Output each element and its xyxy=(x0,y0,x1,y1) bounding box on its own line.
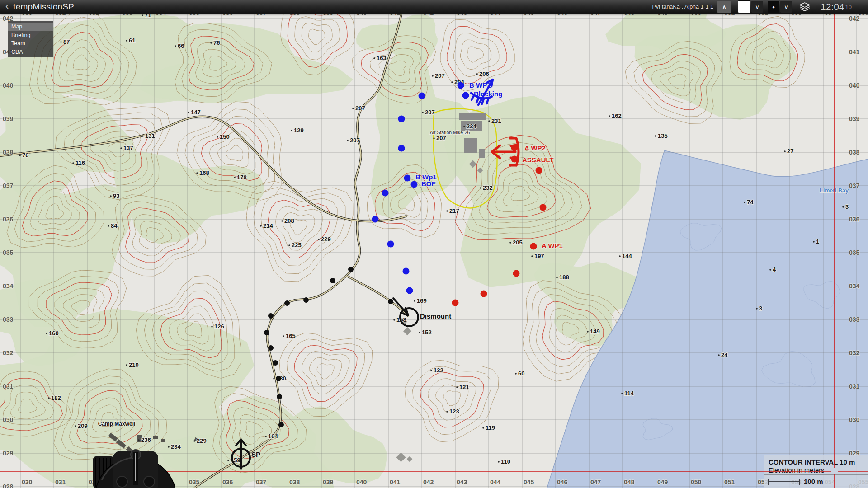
svg-text:66: 66 xyxy=(178,42,184,49)
marker-color-swatch[interactable] xyxy=(738,0,750,13)
blufor-marker-dot[interactable] xyxy=(419,93,425,99)
menu-item-team[interactable]: Team xyxy=(8,39,53,48)
route-dot[interactable] xyxy=(284,300,290,306)
route-dot[interactable] xyxy=(277,394,282,399)
svg-text:3: 3 xyxy=(759,305,762,312)
opfor-marker-dot[interactable] xyxy=(536,167,542,174)
svg-text:038: 038 xyxy=(289,479,300,486)
blufor-marker-dot[interactable] xyxy=(406,287,413,294)
svg-text:029: 029 xyxy=(3,450,14,457)
svg-text:163: 163 xyxy=(377,55,387,61)
svg-text:110: 110 xyxy=(501,458,510,465)
arma-map-screen: 8761667671761161371311471501681789384214… xyxy=(0,0,868,488)
opfor-marker-dot[interactable] xyxy=(530,243,537,250)
marker-label[interactable]: A WP2 xyxy=(524,144,546,152)
scale-bar-label: 100 m xyxy=(804,478,823,485)
svg-text:032: 032 xyxy=(3,349,14,357)
contour-interval-label: CONTOUR INTERVAL 10 m xyxy=(769,458,855,466)
blufor-marker-dot[interactable] xyxy=(398,145,405,152)
marker-label[interactable]: BOF xyxy=(421,180,436,188)
svg-text:041: 041 xyxy=(849,48,860,56)
svg-text:035: 035 xyxy=(3,249,14,256)
svg-text:030: 030 xyxy=(22,479,33,486)
assault-symbol[interactable] xyxy=(511,158,517,159)
svg-text:164: 164 xyxy=(268,433,278,440)
svg-text:039: 039 xyxy=(323,479,334,486)
opfor-marker-dot[interactable] xyxy=(452,300,459,306)
blufor-marker-dot[interactable] xyxy=(462,92,469,99)
route-dot[interactable] xyxy=(348,267,354,272)
route-dot[interactable] xyxy=(278,422,284,427)
blufor-marker-dot[interactable] xyxy=(372,216,379,223)
blocking-symbol[interactable] xyxy=(487,99,488,103)
marker-label[interactable]: ASSAULT xyxy=(522,156,554,164)
marker-label[interactable]: Dismount xyxy=(420,312,451,320)
opfor-marker-dot[interactable] xyxy=(481,291,487,297)
svg-text:206: 206 xyxy=(479,70,489,77)
clock-time: 12:04 xyxy=(821,1,844,12)
blufor-marker-dot[interactable] xyxy=(387,241,394,248)
collapse-button[interactable]: ∧ xyxy=(717,1,731,13)
blufor-marker-dot[interactable] xyxy=(403,268,410,275)
svg-text:042: 042 xyxy=(423,479,434,486)
opfor-marker-dot[interactable] xyxy=(513,270,520,277)
blufor-marker-dot[interactable] xyxy=(458,82,464,89)
svg-text:149: 149 xyxy=(590,328,600,335)
blufor-marker-dot[interactable] xyxy=(382,190,389,197)
route-dot[interactable] xyxy=(330,278,335,283)
marker-label[interactable]: SP xyxy=(251,450,260,458)
clock-seconds: 10 xyxy=(845,4,852,10)
svg-text:74: 74 xyxy=(747,199,754,206)
layers-icon[interactable] xyxy=(799,2,810,11)
route-dot[interactable] xyxy=(268,313,274,319)
marker-shape-dropdown[interactable]: ∨ xyxy=(780,1,792,13)
blufor-marker-dot[interactable] xyxy=(398,116,405,122)
svg-text:030: 030 xyxy=(849,416,860,423)
svg-text:036: 036 xyxy=(222,479,233,486)
blufor-marker-dot[interactable] xyxy=(404,175,411,182)
marker-shape-swatch[interactable]: ● xyxy=(768,1,779,13)
menu-item-map[interactable]: Map xyxy=(8,23,53,31)
divider xyxy=(816,2,816,11)
svg-text:207: 207 xyxy=(425,109,435,116)
marker-color-dropdown[interactable]: ∨ xyxy=(751,1,763,13)
svg-text:041: 041 xyxy=(390,479,401,486)
route-dot[interactable] xyxy=(268,345,274,351)
top-bar: ‹ tempMissionSP Pvt tanaKa-, Alpha 1-1 1… xyxy=(0,0,868,14)
opfor-marker-dot[interactable] xyxy=(540,204,547,211)
map-canvas[interactable]: 8761667671761161371311471501681789384214… xyxy=(0,0,868,488)
menu-item-cba[interactable]: CBA xyxy=(8,48,53,56)
svg-text:147: 147 xyxy=(191,109,201,116)
back-icon[interactable]: ‹ xyxy=(5,0,9,12)
map-screen-menu: MapBriefingTeamCBA xyxy=(8,21,53,57)
svg-text:162: 162 xyxy=(612,113,622,119)
svg-text:137: 137 xyxy=(123,145,133,151)
svg-text:038: 038 xyxy=(3,149,14,156)
svg-text:60: 60 xyxy=(518,370,524,377)
route-dot[interactable] xyxy=(276,376,281,381)
place-name-label: Limeri Bay xyxy=(820,188,849,194)
svg-text:178: 178 xyxy=(237,174,247,181)
svg-text:049: 049 xyxy=(657,479,668,486)
svg-text:035: 035 xyxy=(189,479,200,486)
svg-text:231: 231 xyxy=(491,117,501,124)
svg-text:028: 028 xyxy=(3,483,14,488)
assault-symbol[interactable] xyxy=(511,145,517,146)
blufor-marker-dot[interactable] xyxy=(411,181,418,188)
svg-text:046: 046 xyxy=(557,479,568,486)
route-dot[interactable] xyxy=(273,360,278,366)
svg-text:040: 040 xyxy=(849,82,860,89)
svg-text:234: 234 xyxy=(171,443,181,450)
top-bar-right: Pvt tanaKa-, Alpha 1-1 1 ∧ ∨ ● ∨ 12:04 1… xyxy=(652,0,852,13)
route-dot[interactable] xyxy=(303,297,309,303)
route-dot[interactable] xyxy=(264,330,269,335)
mission-title: tempMissionSP xyxy=(13,2,74,12)
marker-label[interactable]: A WP1 xyxy=(542,242,563,249)
svg-text:205: 205 xyxy=(513,239,523,246)
menu-item-briefing[interactable]: Briefing xyxy=(8,31,53,40)
route-dot[interactable] xyxy=(388,299,393,304)
svg-text:036: 036 xyxy=(849,216,860,223)
svg-text:132: 132 xyxy=(434,367,443,374)
svg-text:4: 4 xyxy=(773,266,776,273)
svg-text:208: 208 xyxy=(284,217,294,224)
